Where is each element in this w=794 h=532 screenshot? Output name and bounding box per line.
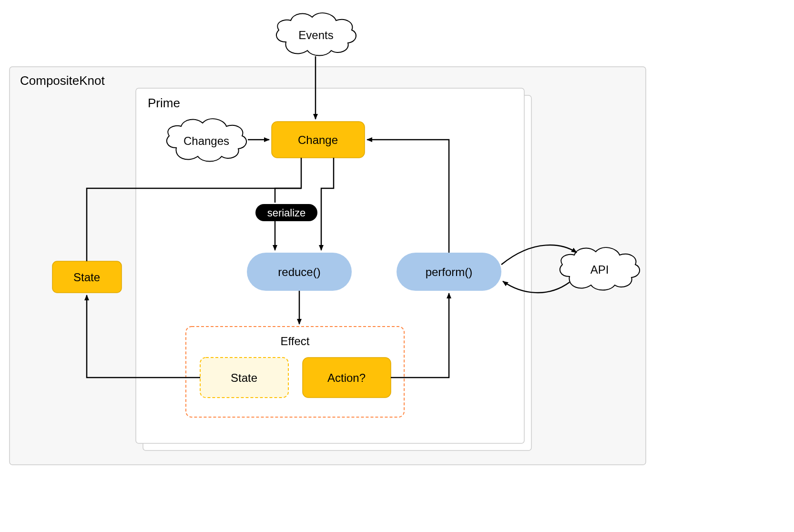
reduce-node-label: reduce() [278,266,320,278]
events-cloud: Events [276,13,356,55]
effect-state-label: State [231,371,257,384]
prime-label: Prime [148,96,180,110]
effect-action-label: Action? [327,371,366,384]
svg-text:API: API [590,263,609,276]
change-node-label: Change [298,133,338,146]
effect-frame-label: Effect [281,335,310,348]
state-node-label: State [73,271,100,284]
svg-text:Changes: Changes [183,134,229,147]
serialize-label: serialize [267,207,306,219]
diagram-canvas: CompositeKnot Prime Events Changes API S… [0,0,794,532]
perform-node-label: perform() [426,266,473,278]
compositeknot-label: CompositeKnot [20,73,105,88]
svg-text:Events: Events [298,29,333,41]
